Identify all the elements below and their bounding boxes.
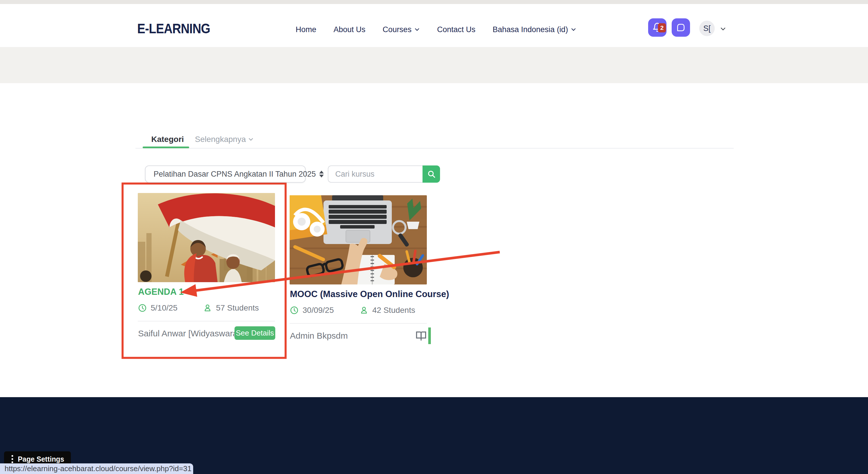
clock-icon [138, 304, 147, 312]
site-logo[interactable]: E-LEARNING [137, 21, 210, 36]
user-avatar[interactable]: S[ [699, 21, 715, 36]
course-date: 30/09/25 [303, 306, 334, 315]
course-title[interactable]: MOOC (Massive Open Online Course) [290, 289, 449, 299]
student-icon [360, 306, 368, 314]
site-header: E-LEARNING Home About Us Courses Contact… [0, 4, 868, 47]
search-input[interactable] [328, 165, 423, 183]
chevron-down-icon [414, 27, 420, 32]
course-image-agenda1[interactable] [138, 193, 275, 282]
card-divider [138, 321, 275, 321]
browser-status-url: https://elearning-acehbarat.cloud/course… [0, 463, 193, 474]
nav-language[interactable]: Bahasa Indonesia (id) [493, 25, 577, 34]
course-instructor: Admin Bkpsdm [290, 331, 348, 341]
category-select[interactable]: Pelatihan Dasar CPNS Angkatan II Tahun 2… [145, 165, 306, 183]
search-icon [427, 170, 436, 178]
browser-edge-strip [0, 0, 868, 4]
course-students: 42 Students [372, 306, 415, 315]
search-button[interactable] [423, 165, 440, 183]
cursor-bar [428, 328, 431, 344]
user-menu-chevron-icon[interactable] [720, 26, 726, 32]
course-instructor: Saiful Anwar [Widyaswara] [138, 329, 240, 338]
select-arrows-icon [319, 171, 324, 177]
chevron-down-icon [248, 136, 254, 142]
nav-courses[interactable]: Courses [383, 25, 420, 34]
card-divider [290, 323, 427, 324]
nav-home[interactable]: Home [296, 25, 316, 34]
site-footer: E-Learning Popular Courses Office Contac… [0, 397, 868, 474]
tab-selengkapnya[interactable]: Selengkapnya [195, 135, 254, 144]
chat-bubble-icon [676, 23, 686, 32]
course-date: 5/10/25 [151, 303, 177, 312]
clock-icon [290, 306, 299, 314]
notifications-button[interactable]: 2 [648, 19, 666, 37]
student-icon [203, 304, 212, 312]
open-book-icon[interactable] [415, 329, 427, 342]
course-meta: 5/10/25 57 Students [138, 303, 259, 312]
tabs-divider [135, 148, 734, 148]
messages-button[interactable] [672, 19, 690, 37]
page-hero-band [0, 47, 868, 83]
see-details-button[interactable]: See Details [235, 326, 275, 340]
nav-about-us[interactable]: About Us [334, 25, 365, 34]
main-nav: Home About Us Courses Contact Us Bahasa … [296, 8, 577, 51]
course-meta: 30/09/25 42 Students [290, 306, 415, 315]
kebab-menu-icon [11, 455, 13, 463]
active-tab-underline [143, 146, 189, 148]
course-students: 57 Students [216, 303, 259, 312]
course-title[interactable]: AGENDA 1 [138, 287, 184, 297]
course-search [328, 165, 440, 183]
notification-badge: 2 [658, 23, 666, 32]
chevron-down-icon [570, 27, 577, 32]
tab-kategori[interactable]: Kategori [151, 135, 184, 144]
course-image-mooc[interactable] [290, 195, 427, 284]
avatar-initials: S[ [703, 24, 711, 33]
nav-contact-us[interactable]: Contact Us [437, 25, 476, 34]
